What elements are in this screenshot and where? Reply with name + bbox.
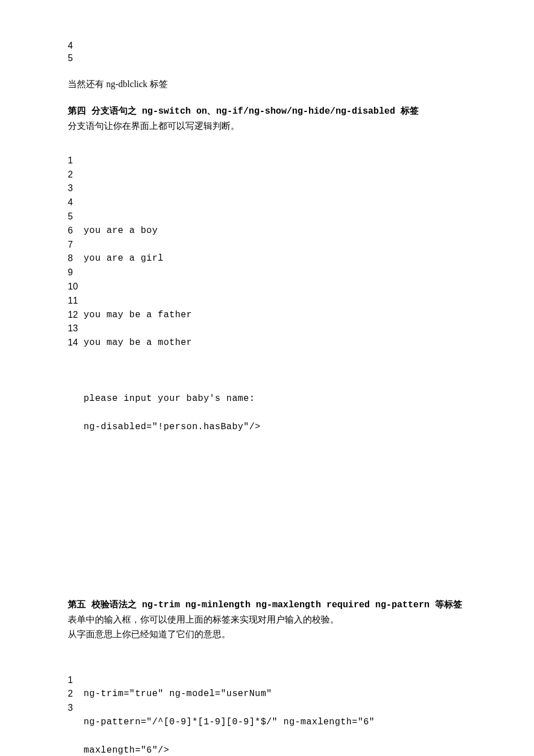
leading-line-numbers: 4 5	[68, 40, 466, 65]
section-5-subtitle-1: 表单中的输入框，你可以使用上面的标签来实现对用户输入的校验。	[68, 613, 466, 627]
document-page: 4 5 当然还有 ng-dblclick 标签 第四 分支语句之 ng-swit…	[0, 0, 534, 756]
section-5-line-numbers: 1 2 3	[68, 673, 84, 756]
section-5-title: 第五 校验语法之 ng-trim ng-minlength ng-maxleng…	[68, 598, 466, 612]
section-4-title: 第四 分支语句之 ng-switch on、ng-if/ng-show/ng-h…	[68, 105, 466, 118]
section-5-code-block: 1 2 3 ng-trim="true" ng-model="userNum" …	[68, 673, 466, 756]
section-4-line-numbers: 1 2 3 4 5 6 7 8 9 10 11 12 13 14	[68, 154, 84, 574]
section-5-code: ng-trim="true" ng-model="userNum" ng-pat…	[84, 673, 375, 756]
section-4-subtitle: 分支语句让你在界面上都可以写逻辑判断。	[68, 119, 466, 133]
line-number-4: 4	[68, 40, 466, 52]
section-4-code: you are a boy you are a girl you may be …	[84, 154, 261, 574]
section-5-subtitle-2: 从字面意思上你已经知道了它们的意思。	[68, 628, 466, 641]
line-number-5: 5	[68, 52, 466, 64]
section-4-code-block: 1 2 3 4 5 6 7 8 9 10 11 12 13 14 you are…	[68, 154, 466, 574]
intro-paragraph: 当然还有 ng-dblclick 标签	[68, 77, 466, 91]
